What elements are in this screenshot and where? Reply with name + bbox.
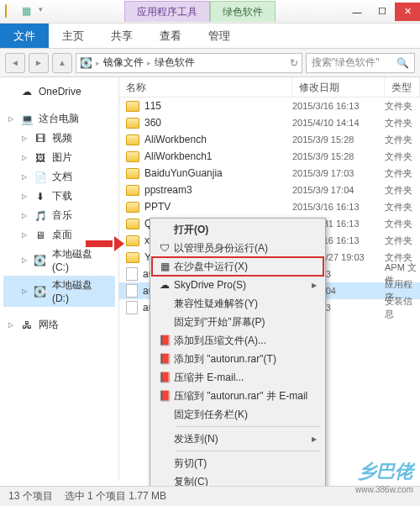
sidebar-item[interactable]: ▷📄文档 — [3, 167, 115, 187]
back-button[interactable]: ◄ — [5, 53, 25, 73]
expand-icon[interactable]: ▷ — [20, 256, 29, 264]
file-name: AliWorkbench — [144, 134, 207, 145]
sidebar-label: 本地磁盘 (C:) — [52, 247, 112, 273]
expand-icon[interactable]: ▷ — [20, 192, 29, 200]
context-tab-title: 绿色软件 — [210, 1, 276, 22]
file-type: 文件夹 — [385, 134, 420, 146]
rar-icon: 📕 — [155, 372, 174, 383]
file-date: 2015/3/9 15:28 — [292, 151, 385, 161]
sidebar-item[interactable]: ▷💽本地磁盘 (D:) — [3, 276, 115, 307]
sidebar-item[interactable]: ▷🖧网络 — [3, 315, 115, 335]
column-headers[interactable]: 名称 修改日期 类型 — [119, 77, 420, 98]
ribbon-tab-view[interactable]: 查看 — [146, 24, 195, 48]
crumb-item[interactable]: 镜像文件 — [103, 55, 144, 70]
file-date: 2015/3/9 17:03 — [292, 168, 385, 178]
menu-item[interactable]: ☁SkyDrive Pro(S)▶ — [152, 276, 323, 294]
file-date: 2015/4/10 14:14 — [292, 118, 385, 128]
props-icon[interactable]: ▦ — [22, 5, 35, 18]
cloud-icon: ☁ — [155, 279, 174, 291]
menu-item[interactable]: 剪切(T) — [152, 454, 323, 472]
menu-label: 兼容性疑难解答(Y) — [174, 297, 317, 311]
expand-icon[interactable]: ▷ — [20, 231, 29, 239]
col-type[interactable]: 类型 — [385, 77, 420, 97]
sidebar-item[interactable]: ▷🎞视频 — [3, 129, 115, 148]
maximize-button[interactable]: ☐ — [370, 3, 395, 21]
expand-icon[interactable]: ▷ — [7, 321, 15, 329]
sidebar-item[interactable]: ▷🖼图片 — [3, 148, 115, 167]
rar-icon: 📕 — [155, 353, 174, 365]
close-button[interactable]: ✕ — [395, 3, 420, 21]
file-date: 2015/3/9 17:04 — [292, 185, 385, 195]
file-icon — [126, 284, 138, 298]
menu-item[interactable]: 固定到"开始"屏幕(P) — [152, 313, 323, 331]
cloud-icon: ☁ — [20, 85, 34, 98]
file-row[interactable]: 1152015/3/16 16:13文件夹 — [119, 98, 420, 114]
file-row[interactable]: 3602015/4/10 14:14文件夹 — [119, 114, 420, 131]
sidebar-item[interactable]: ☁OneDrive — [3, 82, 115, 101]
ribbon: 文件 主页 共享 查看 管理 — [0, 24, 420, 49]
context-tab-tools[interactable]: 应用程序工具 — [124, 1, 210, 22]
file-name: AliWorkbench1 — [144, 150, 212, 162]
up-button[interactable]: ▲ — [52, 53, 72, 73]
breadcrumb[interactable]: 💽 ▸ 镜像文件 ▸ 绿色软件 ↻ — [76, 53, 302, 73]
sidebar-item[interactable]: ▷🎵音乐 — [3, 206, 115, 225]
expand-icon[interactable]: ▷ — [20, 134, 29, 142]
menu-item[interactable]: 📕压缩到 "autorun.rar" 并 E-mail — [152, 387, 323, 405]
expand-icon[interactable]: ▷ — [20, 212, 29, 219]
menu-item[interactable]: 📕添加到 "autorun.rar"(T) — [152, 350, 323, 368]
menu-label: 在沙盘中运行(X) — [174, 260, 317, 274]
menu-label: 剪切(T) — [174, 456, 317, 471]
file-row[interactable]: AliWorkbench12015/3/9 15:28文件夹 — [119, 148, 420, 165]
file-name: PPTV — [144, 201, 171, 213]
sidebar-item[interactable]: ▷💻这台电脑 — [3, 109, 115, 129]
col-name[interactable]: 名称 — [119, 77, 292, 97]
folder-icon — [126, 235, 139, 246]
menu-item[interactable]: ▦在沙盘中运行(X) — [152, 257, 323, 276]
minimize-button[interactable]: — — [344, 3, 370, 21]
pic-icon: 🖼 — [34, 151, 47, 165]
menu-item[interactable]: 兼容性疑难解答(Y) — [152, 294, 323, 313]
file-row[interactable]: BaiduYunGuanjia2015/3/9 17:03文件夹 — [119, 165, 420, 182]
sidebar-item[interactable]: ▷⬇下载 — [3, 187, 115, 206]
sidebar-label: 这台电脑 — [39, 112, 79, 126]
file-row[interactable]: PPTV2015/3/16 16:13文件夹 — [119, 198, 420, 215]
menu-label: 固定到"开始"屏幕(P) — [174, 315, 317, 329]
ribbon-tab-manage[interactable]: 管理 — [195, 24, 244, 48]
expand-icon[interactable]: ▷ — [7, 115, 15, 123]
menu-item[interactable]: 📕压缩并 E-mail... — [152, 368, 323, 387]
menu-label: 固定到任务栏(K) — [174, 408, 317, 422]
file-name: BaiduYunGuanjia — [144, 167, 223, 179]
col-date[interactable]: 修改日期 — [292, 77, 385, 97]
folder-icon — [126, 101, 139, 112]
search-placeholder: 搜索"绿色软件" — [312, 55, 380, 70]
menu-label: 添加到压缩文件(A)... — [174, 334, 317, 348]
search-input[interactable]: 搜索"绿色软件" 🔍 — [306, 53, 415, 73]
menu-item[interactable]: 打开(O) — [152, 220, 323, 239]
menu-item[interactable]: 🛡以管理员身份运行(A) — [152, 239, 323, 257]
expand-icon[interactable]: ▷ — [20, 173, 29, 181]
dropdown-icon[interactable]: ▾ — [39, 5, 52, 18]
expand-icon[interactable]: ▷ — [20, 154, 29, 161]
file-type: 文件夹 — [385, 235, 420, 247]
file-type: 文件夹 — [385, 218, 420, 230]
refresh-icon[interactable]: ↻ — [290, 57, 298, 69]
submenu-arrow: ▶ — [312, 435, 317, 443]
file-date: 2015/3/9 15:28 — [292, 134, 385, 145]
menu-item[interactable]: 固定到任务栏(K) — [152, 405, 323, 424]
status-count: 13 个项目 — [8, 489, 53, 503]
crumb-item[interactable]: 绿色软件 — [155, 55, 195, 70]
menu-item[interactable]: 发送到(N)▶ — [152, 430, 323, 448]
folder-icon — [126, 151, 139, 162]
file-tab[interactable]: 文件 — [0, 24, 49, 48]
folder-icon — [126, 118, 139, 129]
menu-item[interactable]: 📕添加到压缩文件(A)... — [152, 331, 323, 350]
ribbon-tab-home[interactable]: 主页 — [49, 24, 97, 48]
forward-button[interactable]: ► — [29, 53, 49, 73]
sidebar-label: 下载 — [52, 189, 72, 203]
file-type: 文件夹 — [385, 184, 420, 197]
ribbon-tab-share[interactable]: 共享 — [97, 24, 146, 48]
expand-icon[interactable]: ▷ — [20, 287, 29, 295]
file-row[interactable]: ppstream32015/3/9 17:04文件夹 — [119, 182, 420, 198]
file-row[interactable]: AliWorkbench2015/3/9 15:28文件夹 — [119, 131, 420, 148]
file-type: 文件夹 — [385, 150, 420, 163]
